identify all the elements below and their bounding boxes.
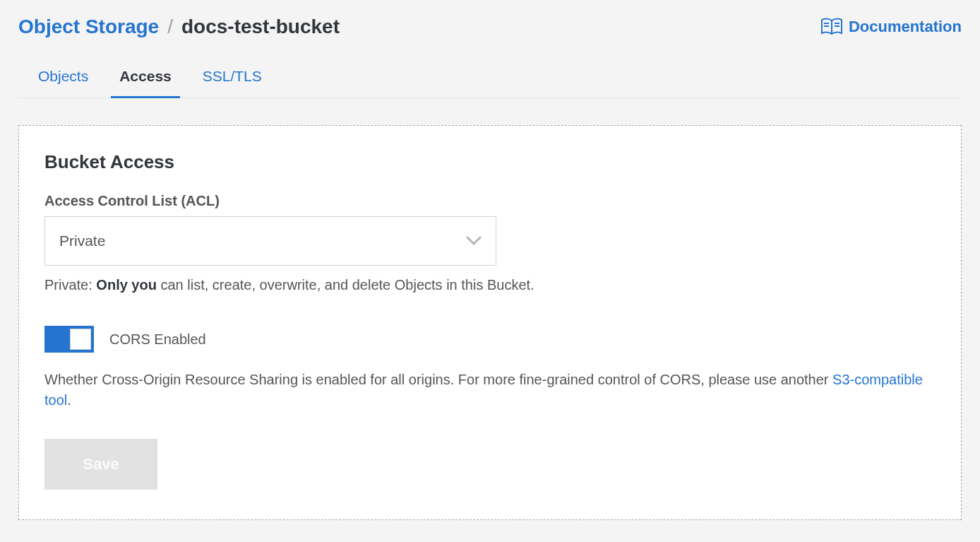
breadcrumb-root-link[interactable]: Object Storage	[18, 16, 159, 38]
acl-helper-strong: Only you	[96, 277, 157, 293]
save-button[interactable]: Save	[44, 439, 157, 490]
panel-title: Bucket Access	[44, 151, 936, 173]
toggle-knob	[70, 329, 91, 350]
breadcrumb-current: docs-test-bucket	[181, 16, 340, 38]
acl-selected-value: Private	[59, 232, 105, 249]
acl-helper-rest: can list, create, overwrite, and delete …	[157, 277, 534, 293]
documentation-link-label: Documentation	[849, 18, 962, 36]
tab-bar: Objects Access SSL/TLS	[18, 59, 962, 98]
breadcrumb: Object Storage / docs-test-bucket	[18, 16, 340, 38]
acl-helper-prefix: Private:	[44, 277, 96, 293]
chevron-down-icon	[466, 232, 482, 249]
cors-toggle[interactable]	[44, 326, 94, 353]
acl-select[interactable]: Private	[44, 216, 496, 266]
tab-objects[interactable]: Objects	[38, 59, 88, 98]
acl-helper-text: Private: Only you can list, create, over…	[44, 277, 936, 293]
book-icon	[820, 18, 843, 36]
cors-description: Whether Cross-Origin Resource Sharing is…	[44, 370, 934, 411]
cors-desc-part1: Whether Cross-Origin Resource Sharing is…	[44, 372, 832, 387]
bucket-access-panel: Bucket Access Access Control List (ACL) …	[18, 125, 962, 520]
tab-access[interactable]: Access	[119, 59, 172, 98]
cors-desc-part2: .	[67, 392, 71, 408]
cors-toggle-label: CORS Enabled	[109, 331, 206, 348]
acl-label: Access Control List (ACL)	[44, 193, 936, 209]
breadcrumb-separator: /	[167, 16, 173, 38]
tab-ssl-tls[interactable]: SSL/TLS	[203, 59, 262, 98]
documentation-link[interactable]: Documentation	[820, 18, 962, 36]
